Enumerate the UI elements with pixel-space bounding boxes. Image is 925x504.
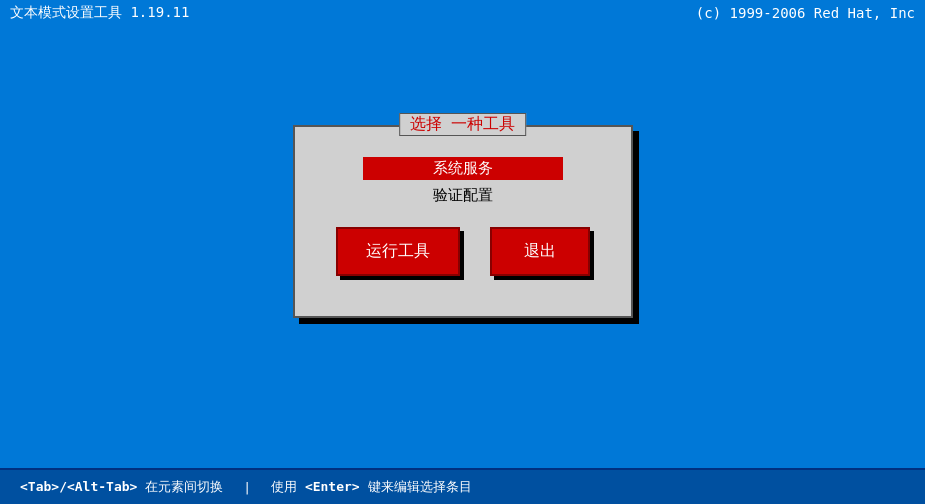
dialog-title-wrapper: 选择 一种工具 (399, 113, 527, 136)
header-right-title: (c) 1999-2006 Red Hat, Inc (696, 5, 915, 21)
list-container: 系统服务 验证配置 (325, 157, 601, 207)
list-item-auth-config[interactable]: 验证配置 (363, 184, 563, 207)
dialog: 选择 一种工具 系统服务 验证配置 运行工具 退出 (293, 125, 633, 318)
list-item-system-services[interactable]: 系统服务 (363, 157, 563, 180)
footer-hint2-prefix: 使用 (271, 479, 305, 494)
footer-divider: | (243, 480, 251, 495)
footer-key-tab: <Tab>/<Alt-Tab> (20, 479, 137, 494)
footer-hint2-suffix: 键来编辑选择条目 (368, 479, 472, 494)
run-tool-button[interactable]: 运行工具 (336, 227, 460, 276)
header: 文本模式设置工具 1.19.11 (c) 1999-2006 Red Hat, … (0, 0, 925, 26)
buttons-row: 运行工具 退出 (325, 227, 601, 276)
quit-button[interactable]: 退出 (490, 227, 590, 276)
dialog-title: 选择 一种工具 (410, 114, 516, 133)
main-area: 选择 一种工具 系统服务 验证配置 运行工具 退出 (0, 26, 925, 416)
footer-key-enter: <Enter> (305, 479, 360, 494)
footer-hint2: 使用 <Enter> 键来编辑选择条目 (271, 478, 471, 496)
footer-hint1: <Tab>/<Alt-Tab> 在元素间切换 (20, 478, 223, 496)
footer-hint1-text: 在元素间切换 (145, 479, 223, 494)
footer: <Tab>/<Alt-Tab> 在元素间切换 | 使用 <Enter> 键来编辑… (0, 468, 925, 504)
header-left-title: 文本模式设置工具 1.19.11 (10, 4, 189, 22)
